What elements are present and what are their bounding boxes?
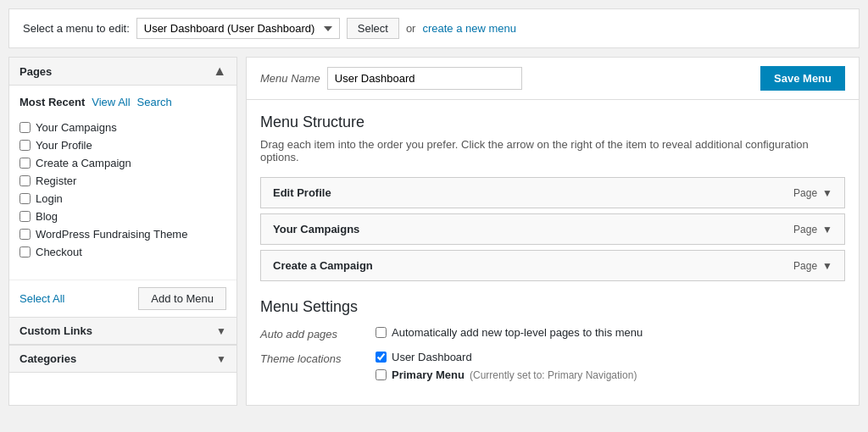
- menu-item-create-campaign-title: Create a Campaign: [273, 259, 373, 272]
- menu-item-edit-profile[interactable]: Edit Profile Page ▼: [260, 177, 845, 208]
- select-button[interactable]: Select: [347, 18, 399, 39]
- select-all-link[interactable]: Select All: [19, 292, 64, 305]
- auto-add-pages-row: Auto add pages Automatically add new top…: [260, 326, 845, 341]
- list-item: WordPress Fundraising Theme: [19, 225, 226, 243]
- pages-panel-body: Most Recent View All Search Your Campaig…: [9, 86, 236, 280]
- select-menu-label: Select a menu to edit:: [23, 22, 130, 35]
- page-checkbox-register[interactable]: [19, 175, 31, 186]
- menu-item-your-campaigns-type: Page: [793, 224, 817, 235]
- page-label-checkout: Checkout: [36, 246, 82, 258]
- menu-item-edit-profile-title: Edit Profile: [273, 186, 331, 199]
- page-checkbox-your-campaigns[interactable]: [19, 122, 31, 133]
- menu-item-create-campaign-expand-icon[interactable]: ▼: [822, 260, 832, 272]
- theme-location-primary-menu-label: Primary Menu: [392, 368, 465, 381]
- auto-add-pages-checkbox[interactable]: [376, 327, 387, 338]
- page-label-your-profile: Your Profile: [36, 139, 92, 152]
- tab-view-all[interactable]: View All: [92, 94, 130, 110]
- menu-item-your-campaigns[interactable]: Your Campaigns Page ▼: [260, 213, 845, 245]
- categories-section: Categories ▼: [9, 345, 236, 373]
- menu-name-row: Menu Name: [260, 67, 522, 90]
- theme-location-primary-menu-checkbox[interactable]: [376, 369, 387, 380]
- page-checkbox-checkout[interactable]: [19, 246, 31, 258]
- theme-locations-label: Theme locations: [260, 351, 362, 365]
- menu-settings-section: Menu Settings Auto add pages Automatical…: [260, 298, 845, 381]
- menu-select-bar: Select a menu to edit: User Dashboard (U…: [8, 8, 860, 48]
- custom-links-section: Custom Links ▼: [9, 317, 236, 345]
- menu-name-input[interactable]: [327, 67, 522, 90]
- page-checkbox-your-profile[interactable]: [19, 140, 31, 151]
- auto-add-pages-check-row: Automatically add new top-level pages to…: [376, 326, 643, 339]
- tab-most-recent[interactable]: Most Recent: [19, 94, 85, 110]
- right-panel-body: Menu Structure Drag each item into the o…: [247, 100, 859, 405]
- custom-links-header[interactable]: Custom Links ▼: [9, 318, 236, 345]
- menu-select-dropdown[interactable]: User Dashboard (User Dashboard): [136, 18, 340, 39]
- right-panel-header: Menu Name Save Menu: [247, 58, 859, 100]
- theme-location-user-dashboard-label: User Dashboard: [392, 351, 472, 363]
- categories-title: Categories: [19, 352, 76, 365]
- page-checkbox-login[interactable]: [19, 193, 31, 204]
- menu-item-edit-profile-expand-icon[interactable]: ▼: [822, 187, 832, 199]
- list-item: Your Profile: [19, 136, 226, 154]
- menu-structure-desc: Drag each item into the order you prefer…: [260, 138, 845, 163]
- menu-structure-title: Menu Structure: [260, 114, 845, 131]
- menu-name-label: Menu Name: [260, 72, 320, 85]
- menu-item-create-campaign[interactable]: Create a Campaign Page ▼: [260, 250, 845, 281]
- menu-settings-title: Menu Settings: [260, 298, 845, 316]
- list-item: Checkout: [19, 243, 226, 261]
- menu-item-edit-profile-type: Page: [793, 187, 817, 199]
- page-label-register: Register: [36, 174, 76, 187]
- theme-locations-content: User Dashboard Primary Menu (Currently s…: [376, 351, 637, 381]
- or-text: or: [406, 22, 416, 35]
- menu-item-create-campaign-type: Page: [793, 260, 817, 272]
- page-checkbox-blog[interactable]: [19, 211, 31, 222]
- menu-item-your-campaigns-expand-icon[interactable]: ▼: [822, 224, 832, 235]
- list-item: Your Campaigns: [19, 119, 226, 136]
- add-to-menu-button[interactable]: Add to Menu: [138, 287, 226, 310]
- list-item: Register: [19, 172, 226, 190]
- page-label-create-campaign: Create a Campaign: [36, 157, 131, 169]
- page-checkbox-create-campaign[interactable]: [19, 158, 31, 169]
- theme-location-primary-menu-row: Primary Menu (Currently set to: Primary …: [376, 368, 637, 381]
- main-layout: Pages ▲ Most Recent View All Search Your…: [8, 57, 860, 406]
- left-panel: Pages ▲ Most Recent View All Search Your…: [8, 57, 237, 406]
- page-label-blog: Blog: [36, 210, 58, 223]
- create-new-menu-link[interactable]: create a new menu: [422, 22, 516, 35]
- tab-search[interactable]: Search: [137, 94, 172, 110]
- list-item: Login: [19, 190, 226, 208]
- save-menu-button[interactable]: Save Menu: [760, 66, 845, 91]
- pages-panel-footer: Select All Add to Menu: [9, 280, 236, 317]
- theme-location-primary-menu-note: (Currently set to: Primary Navigation): [470, 369, 637, 381]
- pages-panel-title: Pages: [19, 65, 52, 78]
- page-checkbox-wp-fundraising[interactable]: [19, 229, 31, 240]
- list-item: Create a Campaign: [19, 154, 226, 172]
- categories-chevron-icon: ▼: [216, 353, 226, 365]
- pages-panel-toggle[interactable]: ▲: [213, 64, 226, 78]
- right-panel: Menu Name Save Menu Menu Structure Drag …: [246, 57, 860, 406]
- categories-header[interactable]: Categories ▼: [9, 346, 236, 373]
- auto-add-pages-label: Auto add pages: [260, 326, 362, 341]
- page-label-wp-fundraising: WordPress Fundraising Theme: [36, 228, 187, 241]
- menu-item-your-campaigns-right: Page ▼: [793, 224, 832, 235]
- theme-location-user-dashboard-row: User Dashboard: [376, 351, 637, 363]
- menu-item-create-campaign-right: Page ▼: [793, 260, 832, 272]
- auto-add-pages-content: Automatically add new top-level pages to…: [376, 326, 643, 339]
- menu-item-edit-profile-right: Page ▼: [793, 187, 832, 199]
- page-label-login: Login: [36, 192, 63, 205]
- theme-locations-row: Theme locations User Dashboard Primary M…: [260, 351, 845, 381]
- page-list: Your Campaigns Your Profile Create a Cam…: [19, 119, 226, 261]
- auto-add-pages-text: Automatically add new top-level pages to…: [392, 326, 643, 339]
- custom-links-chevron-icon: ▼: [216, 325, 226, 337]
- custom-links-title: Custom Links: [19, 324, 92, 337]
- pages-panel-header: Pages ▲: [9, 58, 236, 86]
- pages-tabs-row: Most Recent View All Search: [19, 94, 226, 110]
- page-label-your-campaigns: Your Campaigns: [36, 121, 117, 134]
- menu-item-your-campaigns-title: Your Campaigns: [273, 223, 359, 235]
- theme-location-user-dashboard-checkbox[interactable]: [376, 352, 387, 363]
- list-item: Blog: [19, 208, 226, 225]
